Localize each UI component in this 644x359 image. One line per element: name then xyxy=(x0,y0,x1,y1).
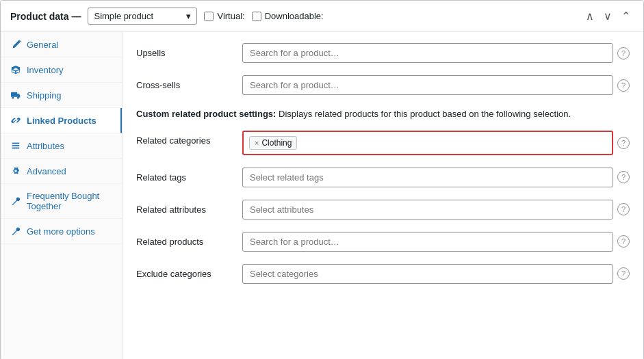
sidebar-label-attributes: Attributes xyxy=(27,141,64,151)
svg-rect-0 xyxy=(11,92,17,97)
upsells-help-icon[interactable]: ? xyxy=(617,47,630,59)
product-data-panel: Product data — Simple product ▾ Virtual:… xyxy=(0,0,644,359)
gear-icon xyxy=(10,165,21,176)
sidebar-label-linked-products: Linked Products xyxy=(27,116,96,126)
exclude-categories-label: Exclude categories xyxy=(136,264,242,279)
sidebar-label-general: General xyxy=(27,40,58,50)
crosssells-row: Cross-sells ? xyxy=(136,75,630,95)
crosssells-help-icon[interactable]: ? xyxy=(617,79,630,92)
nav-expand-button[interactable]: ⌃ xyxy=(618,8,634,24)
link-icon xyxy=(10,115,21,126)
product-data-label: Product data — xyxy=(10,11,81,22)
related-attributes-label: Related attributes xyxy=(136,200,242,215)
sidebar-label-advanced: Advanced xyxy=(27,166,66,176)
related-attributes-field: ? xyxy=(242,200,630,220)
list-icon xyxy=(10,140,21,151)
virtual-label: Virtual: xyxy=(217,11,244,21)
clothing-tag: × Clothing xyxy=(249,136,297,150)
notice-text: Displays related products for this produ… xyxy=(276,109,571,119)
sidebar-label-inventory: Inventory xyxy=(27,65,63,75)
product-type-value: Simple product xyxy=(94,11,153,21)
related-tags-field: ? xyxy=(242,168,630,187)
related-products-input[interactable] xyxy=(242,232,613,252)
related-categories-row: Related categories × Clothing ? xyxy=(136,131,630,155)
related-attributes-row: Related attributes ? xyxy=(136,200,630,220)
virtual-checkbox[interactable] xyxy=(204,12,214,21)
related-tags-label: Related tags xyxy=(136,168,242,183)
related-tags-row: Related tags ? xyxy=(136,168,630,187)
product-type-dropdown[interactable]: Simple product ▾ xyxy=(88,8,197,25)
virtual-section: Virtual: xyxy=(204,11,244,21)
exclude-categories-row: Exclude categories ? xyxy=(136,264,630,284)
nav-up-button[interactable]: ∧ xyxy=(582,8,597,24)
svg-point-1 xyxy=(12,97,14,99)
related-categories-label: Related categories xyxy=(136,131,242,146)
related-products-help-icon[interactable]: ? xyxy=(617,235,630,248)
exclude-categories-field: ? xyxy=(242,264,630,284)
dropdown-arrow-icon: ▾ xyxy=(186,11,191,21)
downloadable-section: Downloadable: xyxy=(252,11,324,21)
wrench-icon xyxy=(10,196,21,207)
notice-bold: Custom related product settings: xyxy=(136,109,276,119)
svg-point-2 xyxy=(17,97,19,99)
product-data-header: Product data — Simple product ▾ Virtual:… xyxy=(1,1,643,32)
sidebar-label-bought-together: Frequently Bought Together xyxy=(27,191,112,211)
downloadable-label: Downloadable: xyxy=(265,11,324,21)
truck-icon xyxy=(10,90,21,101)
sidebar-item-bought-together[interactable]: Frequently Bought Together xyxy=(1,184,122,219)
tag-label: Clothing xyxy=(261,138,292,148)
wrench2-icon xyxy=(10,226,21,237)
related-categories-field: × Clothing ? xyxy=(242,131,630,155)
upsells-row: Upsells ? xyxy=(136,43,630,63)
upsells-field: ? xyxy=(242,43,630,63)
related-attributes-input[interactable] xyxy=(242,200,613,220)
exclude-categories-input[interactable] xyxy=(242,264,613,284)
related-products-field: ? xyxy=(242,232,630,252)
header-nav: ∧ ∨ ⌃ xyxy=(582,8,634,24)
exclude-categories-help-icon[interactable]: ? xyxy=(617,267,630,280)
related-categories-help-icon[interactable]: ? xyxy=(617,137,630,149)
svg-rect-5 xyxy=(12,148,20,149)
related-products-row: Related products ? xyxy=(136,232,630,252)
sidebar-item-attributes[interactable]: Attributes xyxy=(1,133,122,159)
tag-remove-icon[interactable]: × xyxy=(255,139,259,147)
related-products-label: Related products xyxy=(136,232,242,247)
upsells-input[interactable] xyxy=(242,43,613,63)
svg-rect-3 xyxy=(12,143,20,144)
sidebar-item-general[interactable]: General xyxy=(1,32,122,57)
box-icon xyxy=(10,64,21,75)
sidebar-item-inventory[interactable]: Inventory xyxy=(1,57,122,83)
pencil-icon xyxy=(10,39,21,50)
sidebar-label-get-more: Get more options xyxy=(27,226,95,237)
main-layout: General Inventory Shipping Linked Produc… xyxy=(1,32,643,359)
sidebar-item-linked-products[interactable]: Linked Products xyxy=(1,108,122,133)
related-tags-help-icon[interactable]: ? xyxy=(617,171,630,183)
sidebar-item-advanced[interactable]: Advanced xyxy=(1,159,122,184)
related-tags-input[interactable] xyxy=(242,168,613,187)
crosssells-label: Cross-sells xyxy=(136,75,242,90)
crosssells-field: ? xyxy=(242,75,630,95)
sidebar-item-shipping[interactable]: Shipping xyxy=(1,83,122,108)
upsells-label: Upsells xyxy=(136,43,242,58)
related-categories-input[interactable]: × Clothing xyxy=(242,131,613,155)
nav-down-button[interactable]: ∨ xyxy=(600,8,615,24)
sidebar-label-shipping: Shipping xyxy=(27,90,62,101)
content-area: Upsells ? Cross-sells ? Custom related p… xyxy=(123,32,643,359)
sidebar-item-get-more[interactable]: Get more options xyxy=(1,219,122,244)
sidebar: General Inventory Shipping Linked Produc… xyxy=(1,32,123,359)
crosssells-input[interactable] xyxy=(242,75,613,95)
related-attributes-help-icon[interactable]: ? xyxy=(617,203,630,215)
downloadable-checkbox[interactable] xyxy=(252,12,261,21)
svg-rect-4 xyxy=(12,145,20,146)
settings-notice: Custom related product settings: Display… xyxy=(136,107,630,121)
